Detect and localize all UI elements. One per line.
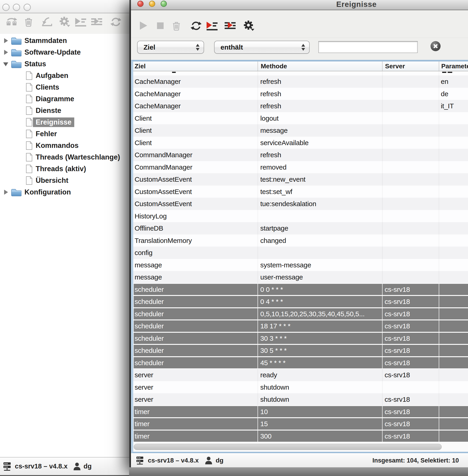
trash-button[interactable] — [22, 16, 35, 28]
table-row[interactable]: Clientlogout — [133, 112, 468, 125]
zoom-button[interactable] — [24, 4, 31, 11]
zoom-button[interactable] — [161, 1, 167, 7]
table-row[interactable]: servershutdowncs-srv18 — [133, 393, 468, 406]
settings-button[interactable] — [58, 16, 71, 28]
sidebar-item-diagramme[interactable]: Diagramme — [0, 93, 129, 105]
sync-transfer-button[interactable] — [5, 16, 18, 28]
sidebar-item-label: Kommandos — [33, 141, 81, 150]
disclosure-triangle-icon[interactable] — [3, 189, 9, 195]
cell-parameter — [441, 308, 468, 320]
table-row[interactable]: servershutdown — [133, 381, 468, 393]
stop-button[interactable] — [154, 20, 167, 31]
table-row[interactable]: CacheManagerrefreshit_IT — [133, 100, 468, 112]
table-row[interactable]: OfflineDBstartpage — [133, 222, 468, 234]
table-row[interactable]: CommandManagerremoved — [133, 161, 468, 173]
column-header-ziel[interactable]: Ziel — [133, 61, 258, 71]
sidebar-item-konfiguration[interactable]: Konfiguration — [0, 186, 129, 198]
run-marker-button[interactable] — [90, 16, 103, 28]
play-button[interactable] — [138, 20, 150, 31]
sidebar-item-label: Diagramme — [33, 94, 77, 104]
table-row[interactable]: HistoryLog — [133, 210, 468, 222]
settings-button[interactable] — [242, 20, 255, 31]
refresh-button[interactable] — [190, 20, 203, 31]
sidebar-item-stammdaten[interactable]: Stammdaten — [0, 35, 129, 46]
disclosure-triangle-icon[interactable] — [3, 49, 9, 55]
cell-methode: test:set_wf — [260, 186, 382, 198]
horizontal-scrollbar[interactable] — [133, 442, 468, 452]
table-header: ZielMethodeServerParameter — [133, 61, 468, 71]
scrollbar-thumb[interactable] — [134, 444, 442, 450]
table-row[interactable]: messageuser-message — [133, 271, 468, 283]
cell-ziel: timer — [135, 418, 257, 430]
minimize-button[interactable] — [13, 4, 20, 11]
table-row[interactable]: scheduler45 * * * *cs-srv18 — [133, 357, 468, 369]
folder-icon — [11, 37, 21, 45]
cell-methode — [260, 210, 382, 222]
filter-operator-select[interactable]: enthält — [214, 41, 310, 54]
run-events-button[interactable] — [74, 16, 87, 28]
server-icon — [2, 462, 12, 471]
table-row[interactable]: CacheManagerrefreshen — [133, 75, 468, 88]
table-row[interactable]: config — [133, 246, 468, 259]
import-button[interactable] — [41, 16, 53, 28]
table-row[interactable]: timer300cs-srv18 — [133, 430, 468, 442]
table-row[interactable]: ClientserviceAvailable — [133, 137, 468, 149]
trash-button[interactable] — [170, 20, 183, 31]
table-row[interactable]: CustomAssetEventtue:sendeskalation — [133, 198, 468, 210]
toolbar — [131, 10, 468, 38]
back-window-titlebar — [0, 0, 129, 13]
sidebar-item-dienste[interactable]: Dienste — [0, 105, 129, 116]
table-row[interactable]: CacheManagerrefreshde — [133, 88, 468, 100]
table-row[interactable]: timer15cs-srv18 — [133, 418, 468, 430]
sidebar-item-threads-aktiv[interactable]: Threads (aktiv) — [0, 163, 129, 174]
table-row[interactable]: timer10cs-srv18 — [133, 406, 468, 418]
person-icon — [205, 456, 213, 465]
column-header-methode[interactable]: Methode — [258, 61, 382, 71]
refresh-button[interactable] — [109, 16, 122, 28]
cell-methode: shutdown — [260, 393, 382, 406]
table-row-partial[interactable] — [133, 71, 468, 75]
table-row[interactable]: Clientmessage — [133, 124, 468, 137]
close-button[interactable] — [137, 1, 144, 7]
run-events-button[interactable] — [206, 20, 219, 31]
cell-server: cs-srv18 — [385, 357, 438, 369]
table-row[interactable]: messagesystem-message — [133, 259, 468, 271]
sidebar-item-fehler[interactable]: Fehler — [0, 128, 129, 140]
sidebar-item-ereignisse[interactable]: Ereignisse — [0, 116, 129, 128]
sidebar-item-status[interactable]: Status — [0, 58, 129, 70]
cell-server — [385, 271, 438, 283]
filter-field-select[interactable]: Ziel — [137, 41, 204, 54]
close-button[interactable] — [2, 4, 10, 11]
sidebar-item-label: Stammdaten — [22, 36, 70, 45]
sidebar-item-clients[interactable]: Clients — [0, 81, 129, 93]
sidebar-item-übersicht[interactable]: Übersicht — [0, 174, 129, 186]
table-row[interactable]: CustomAssetEventtest:new_event — [133, 173, 468, 186]
disclosure-triangle-icon[interactable] — [3, 61, 9, 67]
table-row[interactable]: scheduler30 5 * * *cs-srv18 — [133, 344, 468, 357]
column-header-parameter[interactable]: Parameter — [439, 61, 468, 71]
table-row[interactable]: scheduler18 17 * * *cs-srv18 — [133, 320, 468, 332]
table-row[interactable]: scheduler30 3 * * *cs-srv18 — [133, 332, 468, 345]
table-row[interactable]: scheduler0 4 * * *cs-srv18 — [133, 295, 468, 308]
sidebar-item-label: Fehler — [33, 129, 60, 139]
sidebar-item-label: Konfiguration — [22, 188, 73, 197]
table-row[interactable]: TranslationMemorychanged — [133, 234, 468, 247]
filter-search-input[interactable] — [318, 41, 418, 53]
run-marker-button[interactable] — [224, 20, 237, 31]
table-row[interactable]: CommandManagerrefresh — [133, 149, 468, 161]
clear-filter-button[interactable] — [431, 41, 440, 51]
minimize-button[interactable] — [149, 1, 155, 7]
sidebar-item-threads-warteschlange[interactable]: Threads (Warteschlange) — [0, 151, 129, 163]
sidebar-item-label: Threads (aktiv) — [33, 164, 89, 174]
disclosure-triangle-icon[interactable] — [3, 38, 9, 44]
sidebar-item-kommandos[interactable]: Kommandos — [0, 140, 129, 151]
table-row[interactable]: CustomAssetEventtest:set_wf — [133, 186, 468, 198]
table-row[interactable]: serverreadycs-srv18 — [133, 369, 468, 381]
table-row[interactable]: scheduler0 0 * * *cs-srv18 — [133, 283, 468, 296]
table-row[interactable]: scheduler0,5,10,15,20,25,30,35,40,45,50,… — [133, 308, 468, 320]
sidebar-item-aufgaben[interactable]: Aufgaben — [0, 70, 129, 81]
cell-parameter — [441, 332, 468, 345]
cell-methode: refresh — [260, 149, 382, 161]
column-header-server[interactable]: Server — [382, 61, 439, 71]
sidebar-item-software-update[interactable]: Software-Update — [0, 46, 129, 58]
